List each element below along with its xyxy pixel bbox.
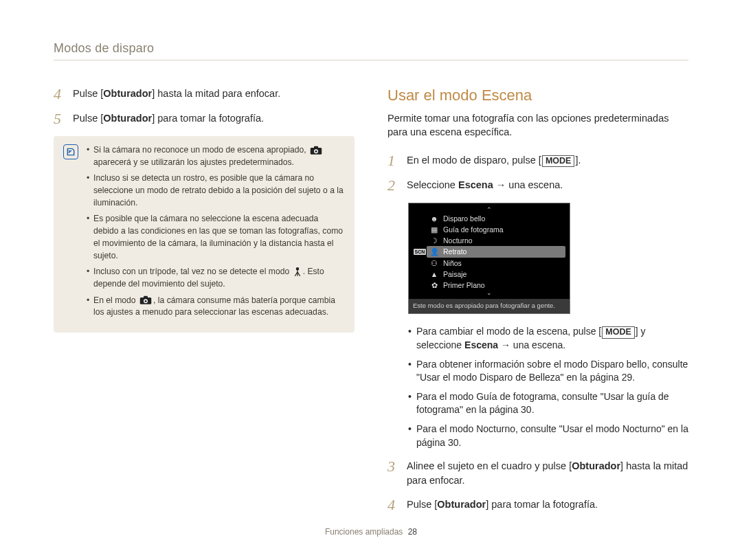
note-item: Incluso con un trípode, tal vez no se de… <box>87 266 345 290</box>
scene-item[interactable]: ☽Nocturno <box>427 235 565 246</box>
scene-menu-row[interactable]: ▦Guía de fotograma <box>413 224 565 235</box>
mode-button: MODE <box>542 155 575 168</box>
scene-badge-slot: SCN <box>413 247 427 256</box>
frame-icon: ▦ <box>429 225 439 234</box>
scene-menu-row[interactable]: ☽Nocturno <box>413 235 565 246</box>
page-number: 28 <box>408 527 417 537</box>
scn-badge: SCN <box>414 249 427 255</box>
sub-bullet: Para obtener información sobre el modo D… <box>408 358 688 385</box>
scene-item-label: Disparo bello <box>443 214 485 223</box>
sub-bullet: Para el modo Nocturno, consulte "Usar el… <box>408 423 688 449</box>
columns: 4Pulse [Obturador] hasta la mitad para e… <box>54 87 688 522</box>
sub-bullet-list: Para cambiar el modo de la escena, pulse… <box>408 325 688 449</box>
scene-item[interactable]: 👤Retrato <box>427 246 565 258</box>
note-list: Si la cámara no reconoce un modo de esce… <box>87 144 345 323</box>
mode-button: MODE <box>602 326 635 339</box>
smart-camera-icon <box>139 295 152 305</box>
scene-item[interactable]: ▦Guía de fotograma <box>427 224 565 235</box>
step-text: Pulse [Obturador] hasta la mitad para en… <box>73 87 280 101</box>
scene-item-label: Niños <box>443 259 462 267</box>
scroll-up-icon: ⌃ <box>413 208 565 213</box>
step-2: 2 Seleccione Escena → una escena. <box>387 178 688 193</box>
note-item: Incluso si se detecta un rostro, es posi… <box>87 172 345 209</box>
page: Modos de disparo 4Pulse [Obturador] hast… <box>0 0 742 560</box>
scene-menu-tip: Este modo es apropiado para fotografiar … <box>409 299 570 314</box>
left-column: 4Pulse [Obturador] hasta la mitad para e… <box>54 87 355 522</box>
note-item: En el modo , la cámara consume más bater… <box>87 295 345 319</box>
note-item: Si la cámara no reconoce un modo de esce… <box>87 144 345 168</box>
svg-rect-6 <box>144 296 148 298</box>
scene-menu-row[interactable]: ☻Disparo bello <box>413 213 565 224</box>
scene-badge-slot <box>413 258 427 268</box>
scene-menu-row[interactable]: ⚇Niños <box>413 258 565 269</box>
footer: Funciones ampliadas 28 <box>0 527 742 537</box>
scene-item[interactable]: ☻Disparo bello <box>427 213 565 224</box>
step-number: 4 <box>387 497 400 513</box>
scene-badge-slot <box>413 269 427 279</box>
svg-point-3 <box>315 150 317 152</box>
scene-badge-slot <box>413 214 427 223</box>
scene-menu-row[interactable]: SCN👤Retrato <box>413 246 565 258</box>
scene-item-label: Primer Plano <box>443 281 485 289</box>
breadcrumb: Modos de disparo <box>54 41 688 60</box>
note-icon <box>63 144 78 159</box>
step-text: Seleccione Escena → una escena. <box>407 178 563 192</box>
person-icon: 👤 <box>429 247 439 256</box>
flower-icon: ✿ <box>429 281 439 289</box>
step-number: 3 <box>387 459 400 474</box>
section-intro: Permite tomar una fotografía con las opc… <box>387 111 688 139</box>
step-number: 2 <box>387 178 400 193</box>
scene-menu-row[interactable]: ▲Paisaje <box>413 269 565 280</box>
scene-menu: ⌃ ☻Disparo bello▦Guía de fotograma☽Noctu… <box>408 203 570 315</box>
mountain-icon: ▲ <box>429 270 439 278</box>
tripod-icon <box>293 267 302 277</box>
step-text: Alinee el sujeto en el cuadro y pulse [O… <box>407 459 688 488</box>
svg-rect-1 <box>314 146 318 148</box>
svg-point-4 <box>296 267 298 269</box>
scene-item[interactable]: ⚇Niños <box>427 258 565 269</box>
step-1: 1 En el modo de disparo, pulse [MODE]. <box>387 153 688 168</box>
step-number: 1 <box>387 153 400 168</box>
note-item: Es posible que la cámara no seleccione l… <box>87 213 345 262</box>
footer-section: Funciones ampliadas <box>325 527 403 537</box>
scene-item-label: Paisaje <box>443 270 466 278</box>
step-number: 5 <box>54 111 66 126</box>
sub-bullet: Para cambiar el modo de la escena, pulse… <box>408 325 688 352</box>
step: 5Pulse [Obturador] para tomar la fotogra… <box>54 111 355 126</box>
step-text: En el modo de disparo, pulse [MODE]. <box>407 153 581 168</box>
step-text: Pulse [Obturador] para tomar la fotograf… <box>73 111 264 126</box>
step-text-pre: En el modo de disparo, pulse [ <box>407 155 541 166</box>
step-text: Pulse [Obturador] para tomar la fotograf… <box>407 497 598 512</box>
svg-point-8 <box>145 300 147 302</box>
scene-menu-body: ⌃ ☻Disparo bello▦Guía de fotograma☽Noctu… <box>409 203 570 299</box>
step-text-post: ]. <box>575 155 581 166</box>
face-icon: ☻ <box>429 214 439 223</box>
scene-badge-slot <box>413 236 427 245</box>
step-3: 3 Alinee el sujeto en el cuadro y pulse … <box>387 459 688 488</box>
right-column: Usar el modo Escena Permite tomar una fo… <box>387 87 688 522</box>
scene-badge-slot <box>413 225 427 234</box>
scene-item-label: Guía de fotograma <box>443 225 504 234</box>
smart-camera-icon <box>310 146 322 155</box>
note-box: Si la cámara no reconoce un modo de esce… <box>54 136 355 333</box>
scene-item[interactable]: ▲Paisaje <box>427 269 565 280</box>
step: 4Pulse [Obturador] hasta la mitad para e… <box>54 87 355 102</box>
scroll-down-icon: ⌄ <box>413 291 565 296</box>
section-title: Usar el modo Escena <box>387 87 688 104</box>
step-4: 4 Pulse [Obturador] para tomar la fotogr… <box>387 497 688 513</box>
sub-bullet: Para el modo Guía de fotograma, consulte… <box>408 390 688 417</box>
scene-item-label: Retrato <box>443 247 466 256</box>
scene-badge-slot <box>413 280 427 290</box>
moon-icon: ☽ <box>429 236 439 245</box>
step-number: 4 <box>54 87 66 102</box>
scene-item[interactable]: ✿Primer Plano <box>427 280 565 291</box>
baby-icon: ⚇ <box>429 259 439 267</box>
scene-item-label: Nocturno <box>443 236 473 245</box>
